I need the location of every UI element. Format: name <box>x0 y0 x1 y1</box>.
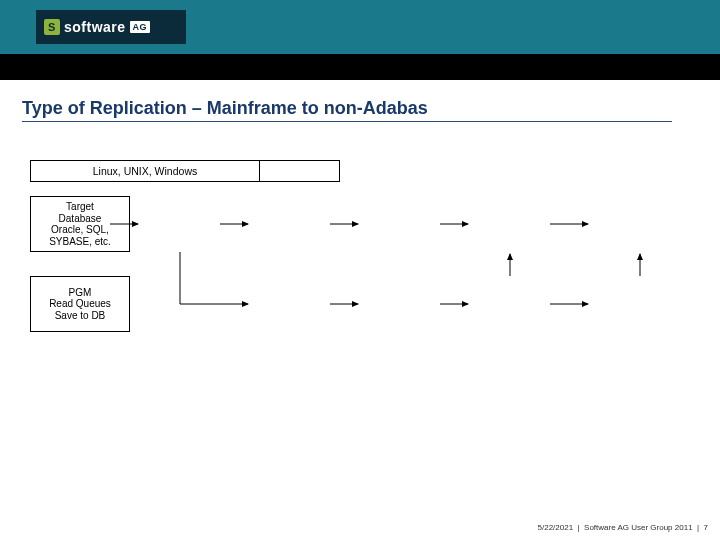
footer-event: Software AG User Group 2011 <box>584 523 693 532</box>
page-title: Type of Replication – Mainframe to non-A… <box>22 98 672 122</box>
logo-mark-icon: S <box>44 19 60 35</box>
box-target-db: TargetDatabaseOracle, SQL,SYBASE, etc. <box>30 196 130 252</box>
footer-page: 7 <box>704 523 708 532</box>
box-pgm: PGMRead QueuesSave to DB <box>30 276 130 332</box>
header-lux: Linux, UNIX, Windows <box>30 160 260 182</box>
header-divider <box>0 54 720 80</box>
brand-name: software <box>64 19 126 35</box>
slide-footer: 5/22/2021 | Software AG User Group 2011 … <box>538 523 708 532</box>
footer-date: 5/22/2021 <box>538 523 574 532</box>
replication-diagram: Mainframe Network Linux, UNIX, Windows S… <box>30 160 690 380</box>
brand-logo: S software AG <box>36 10 186 44</box>
brand-suffix: AG <box>130 21 151 33</box>
diagram-arrows <box>30 160 690 380</box>
header-bar: S software AG <box>0 0 720 54</box>
